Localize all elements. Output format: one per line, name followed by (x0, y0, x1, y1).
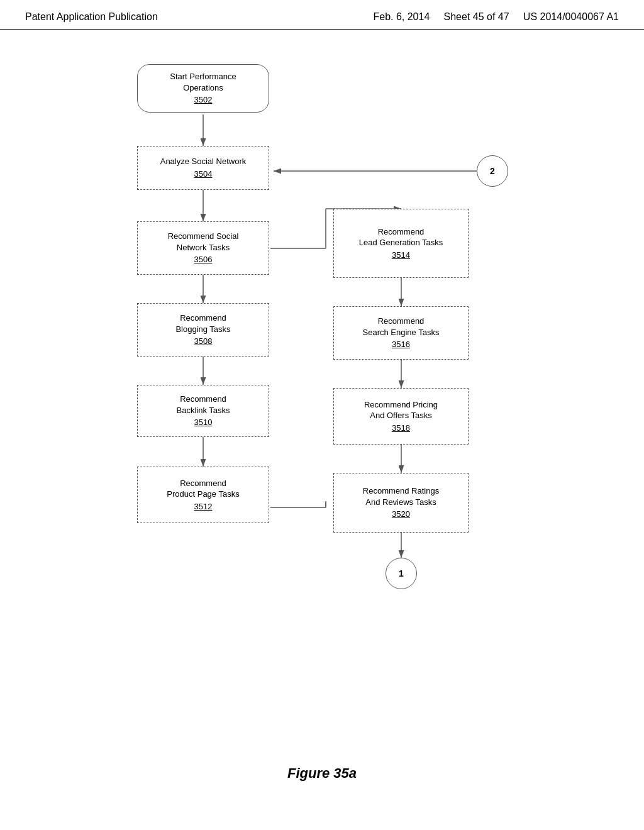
node-pricing-label: Recommend Pricing And Offers Tasks (364, 399, 438, 421)
node-backlink: Recommend Backlink Tasks 3510 (137, 385, 269, 437)
figure-caption-text: Figure 35a (287, 765, 357, 781)
header-right: Feb. 6, 2014 Sheet 45 of 47 US 2014/0040… (373, 11, 619, 23)
node-search-label: Recommend Search Engine Tasks (363, 316, 440, 338)
node-backlink-id: 3510 (194, 417, 213, 428)
node-start-label: Start Performance Operations (170, 71, 236, 93)
node-blogging: Recommend Blogging Tasks 3508 (137, 303, 269, 357)
node-start-id: 3502 (194, 94, 213, 106)
node-social-id: 3506 (194, 254, 213, 265)
patent-number: US 2014/0040067 A1 (523, 11, 619, 22)
circle2-label: 2 (490, 166, 495, 176)
node-ratings-id: 3520 (392, 509, 410, 520)
node-blogging-label: Recommend Blogging Tasks (175, 313, 230, 335)
header: Patent Application Publication Feb. 6, 2… (0, 0, 644, 30)
node-blogging-id: 3508 (194, 336, 213, 347)
header-left: Patent Application Publication (25, 11, 158, 23)
node-lead-label: Recommend Lead Generation Tasks (359, 226, 443, 248)
pub-date: Feb. 6, 2014 (373, 11, 430, 22)
node-product-label: Recommend Product Page Tasks (167, 478, 239, 500)
publication-label: Patent Application Publication (25, 11, 158, 22)
node-pricing: Recommend Pricing And Offers Tasks 3518 (333, 388, 469, 445)
node-analyze-label: Analyze Social Network (160, 156, 247, 167)
circle-2: 2 (477, 155, 508, 187)
node-search: Recommend Search Engine Tasks 3516 (333, 306, 469, 360)
node-pricing-id: 3518 (392, 423, 410, 434)
node-social: Recommend Social Network Tasks 3506 (137, 221, 269, 275)
node-analyze: Analyze Social Network 3504 (137, 146, 269, 190)
diagram-area: Start Performance Operations 3502 Analyz… (0, 30, 644, 759)
node-start: Start Performance Operations 3502 (137, 64, 269, 113)
node-ratings: Recommend Ratings And Reviews Tasks 3520 (333, 473, 469, 533)
node-product-id: 3512 (194, 501, 213, 512)
node-backlink-label: Recommend Backlink Tasks (176, 394, 230, 416)
circle1-label: 1 (399, 568, 404, 578)
arrows-svg (0, 30, 644, 759)
figure-caption: Figure 35a (0, 765, 644, 794)
sheet-info: Sheet 45 of 47 (444, 11, 509, 22)
circle-1: 1 (386, 558, 417, 589)
node-social-label: Recommend Social Network Tasks (168, 231, 239, 253)
node-lead-id: 3514 (392, 250, 410, 261)
node-product: Recommend Product Page Tasks 3512 (137, 467, 269, 523)
node-search-id: 3516 (392, 339, 410, 350)
node-lead: Recommend Lead Generation Tasks 3514 (333, 209, 469, 278)
node-analyze-id: 3504 (194, 169, 213, 180)
node-ratings-label: Recommend Ratings And Reviews Tasks (363, 485, 439, 507)
